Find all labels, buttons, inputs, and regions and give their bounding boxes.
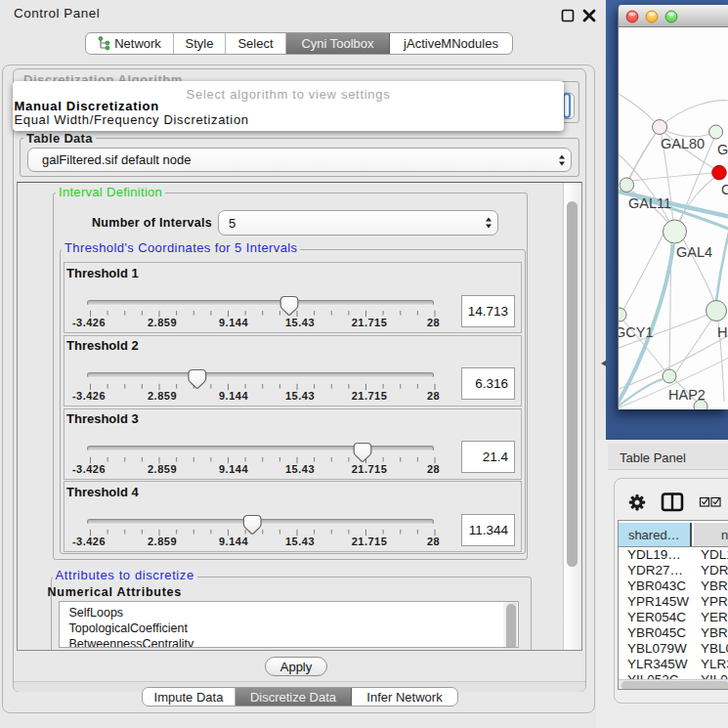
svg-text:HI: HI bbox=[717, 324, 728, 340]
svg-text:GAL: GAL bbox=[717, 142, 728, 157]
svg-text:CY: CY bbox=[721, 182, 728, 197]
svg-text:HAP2: HAP2 bbox=[668, 387, 706, 403]
svg-text:GAL11: GAL11 bbox=[628, 195, 671, 211]
svg-text:GAL4: GAL4 bbox=[676, 244, 712, 260]
svg-text:GCY1: GCY1 bbox=[619, 324, 654, 340]
svg-text:GAL80: GAL80 bbox=[661, 136, 705, 151]
